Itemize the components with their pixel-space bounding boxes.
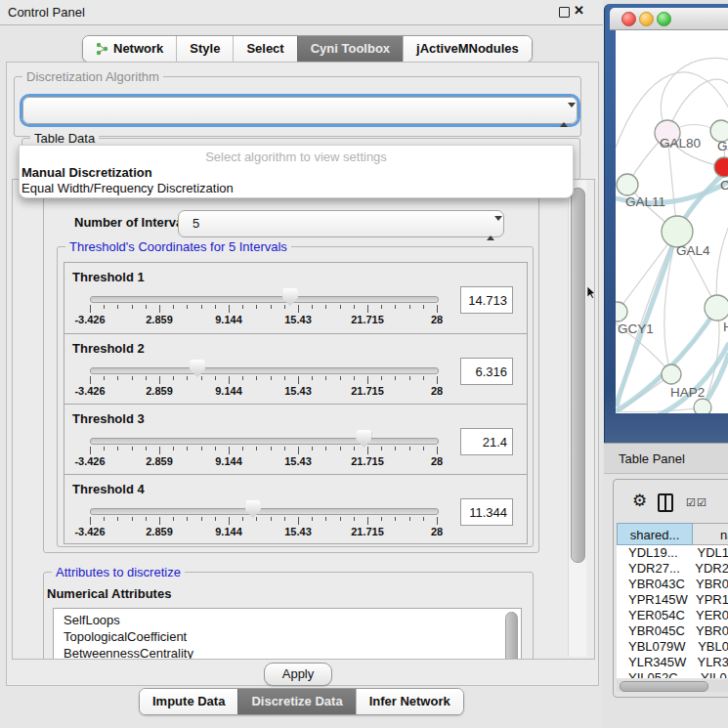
close-traffic-light[interactable] xyxy=(621,12,636,26)
tab-cyni-toolbox[interactable]: Cyni Toolbox xyxy=(297,36,403,62)
list-item[interactable]: SelfLoops xyxy=(54,612,521,628)
network-edge[interactable] xyxy=(618,407,703,412)
network-node[interactable] xyxy=(616,302,627,321)
threshold-slider-4[interactable]: -3.4262.8599.14415.4321.71528 xyxy=(64,475,527,545)
table-row[interactable]: YBR045CYBR0 xyxy=(617,623,728,639)
threshold-value-field[interactable]: 14.713 xyxy=(460,286,513,314)
column-header-shared-name[interactable]: shared... xyxy=(617,523,693,545)
number-of-intervals-combobox[interactable]: 5 xyxy=(178,210,504,237)
cell-shared-name[interactable]: YDR27... xyxy=(617,561,687,577)
dropdown-placeholder: Select algorithm to view settings xyxy=(20,150,573,164)
network-view-window: GAL80GACGAL11GAL4GCY1HHAP2 xyxy=(604,4,728,443)
slider-track[interactable] xyxy=(90,296,439,303)
network-node[interactable] xyxy=(694,399,711,413)
minimize-traffic-light[interactable] xyxy=(639,12,654,26)
threshold-slider-3[interactable]: -3.4262.8599.14415.4321.71528 xyxy=(64,405,527,475)
node-label: HAP2 xyxy=(670,385,705,400)
table-row[interactable]: YDR27...YDR2 xyxy=(617,561,728,577)
tab-infer-network[interactable]: Infer Network xyxy=(356,689,463,714)
dropdown-option-equal-width[interactable]: Equal Width/Frequency Discretization xyxy=(21,181,234,195)
slider-track[interactable] xyxy=(90,367,439,374)
network-window-titlebar xyxy=(610,8,728,30)
slider-tick-labels: -3.4262.8599.14415.4321.71528 xyxy=(90,455,438,469)
cell-name[interactable]: YIL0 xyxy=(693,670,727,678)
tab-style[interactable]: Style xyxy=(176,36,233,62)
dropdown-option-manual-discretization[interactable]: Manual Discretization xyxy=(21,165,152,180)
cell-shared-name[interactable]: YBR043C xyxy=(617,577,688,592)
zoom-traffic-light[interactable] xyxy=(657,12,671,26)
table-row[interactable]: YBR043CYBR0 xyxy=(617,577,728,592)
cell-shared-name[interactable]: YBL079W xyxy=(617,639,690,655)
tab-impute-data[interactable]: Impute Data xyxy=(140,689,237,714)
threshold-slider-2[interactable]: -3.4262.8599.14415.4321.71528 xyxy=(64,334,527,405)
table-row[interactable]: YIL052CYIL0 xyxy=(617,670,728,678)
scrollbar-thumb[interactable] xyxy=(571,188,585,563)
cell-name[interactable]: YPR1 xyxy=(688,592,728,608)
threshold-slider-1[interactable]: -3.4262.8599.14415.4321.71528 xyxy=(64,263,527,333)
network-node[interactable] xyxy=(617,174,638,195)
network-node[interactable] xyxy=(705,295,728,321)
slider-thumb[interactable] xyxy=(282,288,298,306)
scrollbar-track[interactable] xyxy=(568,180,586,657)
cell-name[interactable]: YLR3 xyxy=(689,655,728,670)
cell-shared-name[interactable]: YER054C xyxy=(617,608,688,623)
tick-label: 9.144 xyxy=(215,526,242,537)
gear-icon[interactable]: ⚙ xyxy=(632,492,647,509)
cell-name[interactable]: YBR0 xyxy=(688,623,728,639)
slider-track[interactable] xyxy=(90,508,439,515)
tick-label: 28 xyxy=(431,314,443,325)
slider-track[interactable] xyxy=(90,438,439,445)
column-header-name[interactable]: name xyxy=(693,523,728,545)
threshold-value-field[interactable]: 6.316 xyxy=(460,358,513,385)
horizontal-scrollbar-track[interactable] xyxy=(617,680,728,692)
tab-network[interactable]: Network xyxy=(83,36,176,62)
columns-icon[interactable] xyxy=(658,493,673,512)
algorithm-combobox[interactable] xyxy=(22,97,578,124)
network-node[interactable] xyxy=(662,364,681,384)
table-row[interactable]: YPR145WYPR1 xyxy=(617,592,728,608)
apply-button[interactable]: Apply xyxy=(264,663,332,686)
checkbox-icon[interactable]: ☑ xyxy=(697,497,707,508)
slider-thumb[interactable] xyxy=(356,430,371,448)
tab-discretize-data[interactable]: Discretize Data xyxy=(237,689,355,714)
list-item[interactable]: TopologicalCoefficient xyxy=(54,628,521,645)
table-panel-title: Table Panel xyxy=(619,451,685,466)
float-window-icon[interactable] xyxy=(559,7,570,18)
number-of-intervals-label: Number of Intervals xyxy=(74,215,193,230)
cell-shared-name[interactable]: YIL052C xyxy=(617,670,693,678)
table-row[interactable]: YDL19...YDL1 xyxy=(617,545,728,561)
table-row[interactable]: YBL079WYBL0 xyxy=(617,639,728,655)
cell-shared-name[interactable]: YBR045C xyxy=(617,623,688,639)
slider-ticks xyxy=(90,447,438,455)
slider-thumb[interactable] xyxy=(190,360,205,377)
close-icon[interactable]: ✕ xyxy=(574,3,584,18)
cell-name[interactable]: YER0 xyxy=(688,608,728,623)
cell-name[interactable]: YBL0 xyxy=(690,639,728,655)
cell-shared-name[interactable]: YLR345W xyxy=(617,655,689,670)
cell-name[interactable]: YBR0 xyxy=(688,577,728,592)
list-scrollbar[interactable] xyxy=(505,612,518,660)
control-panel-window: Control Panel ✕ Network Style Select Cyn… xyxy=(0,0,603,728)
network-canvas[interactable]: GAL80GACGAL11GAL4GCY1HHAP2 xyxy=(616,30,728,413)
network-node[interactable] xyxy=(714,157,728,177)
table-panel-titlebar: Table Panel xyxy=(604,443,728,474)
network-icon xyxy=(96,42,108,56)
bottom-tab-bar: Impute Data Discretize Data Infer Networ… xyxy=(139,688,464,715)
table-row[interactable]: YER054CYER0 xyxy=(617,608,728,623)
group-title: Attributes to discretize xyxy=(52,565,185,579)
tick-label: -3.426 xyxy=(74,385,105,397)
checkbox-icon[interactable]: ☑ xyxy=(686,497,696,508)
cell-shared-name[interactable]: YDL19... xyxy=(617,545,689,561)
cell-shared-name[interactable]: YPR145W xyxy=(617,592,688,608)
tab-jactivemnodules[interactable]: jActiveMNodules xyxy=(403,36,532,62)
threshold-value-field[interactable]: 11.344 xyxy=(460,498,513,526)
threshold-value-field[interactable]: 21.4 xyxy=(460,428,513,455)
tab-label: Discretize Data xyxy=(251,689,342,714)
table-row[interactable]: YLR345WYLR3 xyxy=(617,655,728,670)
slider-thumb[interactable] xyxy=(245,500,261,518)
cell-name[interactable]: YDL1 xyxy=(689,545,728,561)
tab-select[interactable]: Select xyxy=(233,36,296,62)
horizontal-scrollbar-thumb[interactable] xyxy=(620,681,708,692)
list-item[interactable]: BetweennessCentrality xyxy=(54,645,521,660)
cell-name[interactable]: YDR2 xyxy=(687,561,728,577)
